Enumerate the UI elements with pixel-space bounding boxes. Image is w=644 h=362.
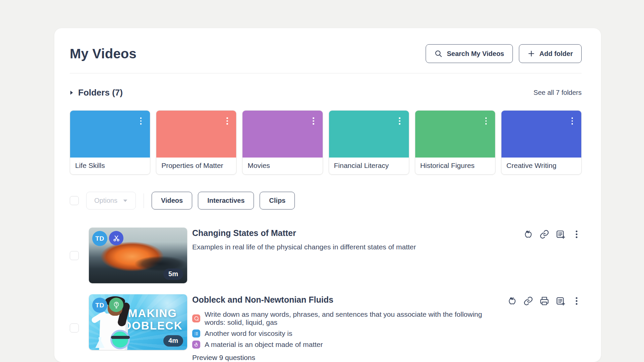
header-actions: Search My Videos Add folder bbox=[426, 44, 582, 63]
add-folder-label: Add folder bbox=[539, 50, 573, 58]
more-options-kebab-icon[interactable] bbox=[572, 296, 582, 306]
folder-card[interactable]: Life Skills bbox=[70, 110, 150, 175]
add-to-playlist-icon[interactable] bbox=[555, 229, 566, 239]
folder-color-block bbox=[243, 111, 322, 158]
select-all-checkbox[interactable] bbox=[70, 196, 79, 205]
folder-kebab-menu[interactable] bbox=[395, 116, 404, 126]
owner-initials-badge: TD bbox=[92, 298, 107, 313]
video-title[interactable]: Changing States of Matter bbox=[192, 228, 416, 238]
folder-color-block bbox=[156, 111, 236, 158]
question-line: Write down as many words, phrases, and s… bbox=[192, 310, 504, 326]
copy-link-icon[interactable] bbox=[523, 296, 533, 306]
search-icon bbox=[434, 50, 442, 58]
video-actions bbox=[507, 294, 582, 362]
filter-toolbar: Options Videos Interactives Clips bbox=[70, 192, 582, 209]
folder-name: Historical Figures bbox=[415, 158, 495, 174]
video-thumbnail[interactable]: TD 5m bbox=[89, 228, 187, 283]
video-actions bbox=[523, 228, 582, 283]
folders-section-header: Folders (7) See all 7 folders bbox=[70, 87, 582, 98]
video-row: MAKING OOBLECK TD 4m Oobleck and Non-New… bbox=[70, 294, 582, 362]
folder-color-block bbox=[415, 111, 495, 158]
interactive-question-icon bbox=[192, 341, 200, 349]
my-videos-panel: My Videos Search My Videos Add folder Fo… bbox=[54, 28, 601, 362]
preview-questions-link[interactable]: Preview 9 questions bbox=[192, 354, 504, 362]
page-header: My Videos Search My Videos Add folder bbox=[70, 44, 582, 63]
toolbar-divider bbox=[144, 193, 144, 208]
thumbnail-title-text: MAKING OOBLECK bbox=[121, 307, 184, 332]
more-options-kebab-icon[interactable] bbox=[572, 229, 582, 239]
collapse-caret-icon[interactable] bbox=[70, 90, 73, 95]
question-text: Write down as many words, phrases, and s… bbox=[205, 310, 504, 326]
owner-initials: TD bbox=[95, 235, 104, 242]
scissors-icon bbox=[112, 234, 120, 242]
folder-name: Properties of Matter bbox=[156, 158, 236, 174]
folder-kebab-menu[interactable] bbox=[223, 116, 231, 126]
add-to-playlist-icon[interactable] bbox=[555, 296, 566, 306]
video-list: TD 5m Changing States of Matter Examples… bbox=[70, 228, 582, 362]
copy-link-icon[interactable] bbox=[539, 229, 549, 239]
duration-badge: 4m bbox=[163, 335, 183, 347]
multiple-choice-question-icon bbox=[192, 329, 200, 338]
video-description: Examples in real life of the physical ch… bbox=[192, 243, 416, 251]
video-title[interactable]: Oobleck and Non-Newtonian Fluids bbox=[192, 295, 504, 305]
page-title: My Videos bbox=[70, 46, 137, 61]
folder-card[interactable]: Historical Figures bbox=[415, 110, 495, 175]
owner-initials: TD bbox=[95, 302, 104, 309]
question-line: A material is an object made of matter bbox=[192, 341, 504, 349]
folder-card[interactable]: Creative Writing bbox=[501, 110, 582, 175]
open-ended-question-icon bbox=[192, 314, 200, 322]
thumbnail-badges: TD bbox=[92, 231, 123, 246]
assign-apple-icon[interactable] bbox=[523, 229, 533, 239]
video-thumbnail[interactable]: MAKING OOBLECK TD 4m bbox=[89, 294, 187, 350]
folder-name: Creative Writing bbox=[501, 158, 581, 174]
header-divider bbox=[70, 73, 582, 73]
question-line: Another word for viscosity is bbox=[192, 329, 504, 338]
folder-card[interactable]: Financial Literacy bbox=[329, 110, 409, 175]
tab-clips[interactable]: Clips bbox=[260, 192, 295, 209]
search-my-videos-button[interactable]: Search My Videos bbox=[426, 44, 513, 63]
folder-card[interactable]: Properties of Matter bbox=[156, 110, 236, 175]
folder-name: Life Skills bbox=[70, 158, 150, 174]
print-icon[interactable] bbox=[539, 296, 549, 306]
duration-badge: 5m bbox=[163, 268, 183, 280]
folder-kebab-menu[interactable] bbox=[137, 116, 145, 126]
folder-card[interactable]: Movies bbox=[242, 110, 323, 175]
folder-kebab-menu[interactable] bbox=[309, 116, 318, 126]
owner-initials-badge: TD bbox=[92, 231, 107, 246]
question-text: Another word for viscosity is bbox=[205, 329, 292, 338]
folder-color-block bbox=[329, 111, 409, 158]
tab-videos[interactable]: Videos bbox=[152, 192, 192, 209]
folder-grid: Life Skills Properties of Matter Movies … bbox=[70, 110, 582, 175]
scissors-clip-badge bbox=[109, 231, 123, 245]
question-lightbulb-badge bbox=[109, 298, 123, 312]
select-video-checkbox[interactable] bbox=[70, 251, 79, 260]
tab-clips-label: Clips bbox=[269, 197, 285, 204]
folder-color-block bbox=[501, 111, 581, 158]
chevron-down-icon bbox=[123, 199, 128, 202]
plus-icon bbox=[528, 50, 535, 57]
options-label: Options bbox=[94, 197, 117, 204]
folder-kebab-menu[interactable] bbox=[568, 116, 577, 126]
tab-interactives[interactable]: Interactives bbox=[198, 192, 254, 209]
tab-interactives-label: Interactives bbox=[207, 197, 245, 204]
video-row: TD 5m Changing States of Matter Examples… bbox=[70, 228, 582, 283]
select-video-checkbox[interactable] bbox=[70, 323, 79, 333]
add-folder-button[interactable]: Add folder bbox=[519, 44, 582, 63]
question-text: A material is an object made of matter bbox=[205, 341, 323, 349]
assign-apple-icon[interactable] bbox=[507, 296, 517, 306]
folder-name: Movies bbox=[243, 158, 322, 174]
search-button-label: Search My Videos bbox=[447, 50, 504, 58]
folder-name: Financial Literacy bbox=[329, 158, 409, 174]
folder-color-block bbox=[70, 111, 150, 158]
tab-videos-label: Videos bbox=[161, 197, 183, 204]
thumbnail-badges: TD bbox=[92, 298, 123, 313]
options-dropdown[interactable]: Options bbox=[86, 192, 136, 209]
folders-section-title: Folders (7) bbox=[78, 87, 123, 98]
folder-kebab-menu[interactable] bbox=[482, 116, 490, 126]
lightbulb-question-icon bbox=[112, 301, 121, 309]
see-all-folders-link[interactable]: See all 7 folders bbox=[534, 89, 582, 97]
